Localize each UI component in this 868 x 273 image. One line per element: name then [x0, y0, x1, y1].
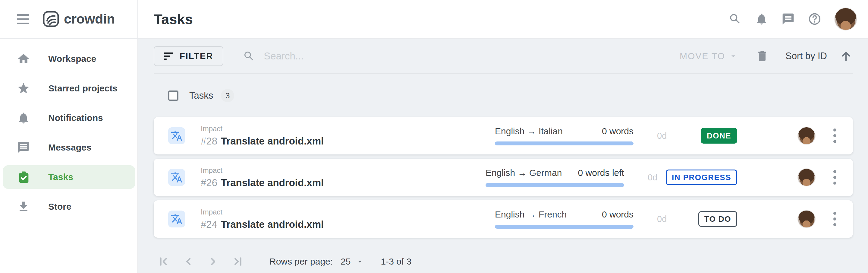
arrow-up-icon — [840, 50, 852, 62]
sort-by-button[interactable]: Sort by ID — [785, 51, 827, 61]
task-main-cell: Impact #26Translate android.xml — [201, 166, 486, 189]
progress-fill — [486, 183, 624, 187]
progress-bar — [486, 183, 624, 187]
user-avatar[interactable] — [834, 7, 857, 30]
main-content: FILTER MOVE TO Sort by ID T — [138, 39, 868, 273]
sidebar-item-store[interactable]: Store — [0, 195, 137, 218]
sidebar-item-label: Workspace — [48, 54, 96, 64]
toolbar-right: MOVE TO Sort by ID — [680, 49, 853, 63]
logo-text: crowdin — [64, 11, 115, 27]
sidebar-item-messages[interactable]: Messages — [0, 136, 137, 159]
task-id: #24 — [201, 219, 217, 230]
status-badge: TO DO — [698, 211, 737, 227]
translate-icon — [168, 169, 185, 186]
sort-direction-button[interactable] — [839, 49, 853, 63]
progress-fill — [495, 225, 633, 229]
topbar: crowdin Tasks — [0, 0, 868, 38]
progress-bar — [495, 225, 633, 229]
chevron-right-icon — [206, 254, 220, 269]
row-menu-button[interactable] — [829, 209, 841, 229]
due-date: 0d — [657, 131, 675, 141]
move-to-label: MOVE TO — [680, 51, 725, 61]
sidebar-item-tasks[interactable]: Tasks — [3, 165, 135, 189]
filter-icon — [164, 53, 173, 60]
chat-icon — [17, 141, 30, 154]
translate-icon — [168, 127, 185, 144]
task-title: Translate android.xml — [221, 135, 324, 146]
chevron-down-icon — [355, 257, 364, 266]
kebab-icon — [833, 170, 836, 173]
select-all-checkbox[interactable] — [168, 90, 179, 101]
tasks-toolbar: FILTER MOVE TO Sort by ID — [154, 39, 853, 74]
sidebar-item-workspace[interactable]: Workspace — [0, 47, 137, 71]
project-name: Impact — [201, 166, 486, 175]
list-title: Tasks — [189, 90, 213, 101]
sidebar-item-label: Starred projects — [48, 83, 118, 93]
word-count: 0 words left — [578, 168, 624, 178]
crowdin-logo[interactable]: crowdin — [42, 10, 115, 27]
progress-bar — [495, 141, 633, 145]
rows-per-page-select[interactable]: 25 — [341, 256, 364, 267]
assignee-avatar — [798, 127, 815, 145]
crowdin-logo-icon — [42, 10, 59, 27]
move-to-dropdown[interactable]: MOVE TO — [680, 51, 738, 61]
task-title: Translate android.xml — [221, 177, 324, 188]
project-name: Impact — [201, 208, 495, 216]
chat-icon — [781, 12, 795, 26]
star-icon — [17, 82, 30, 95]
task-row[interactable]: Impact #28Translate android.xml English … — [154, 117, 853, 155]
last-page-button[interactable] — [231, 254, 245, 269]
sort-by-label: Sort by ID — [785, 51, 827, 61]
next-page-button[interactable] — [206, 254, 220, 269]
sidebar-item-starred-projects[interactable]: Starred projects — [0, 77, 137, 100]
messages-button[interactable] — [781, 12, 795, 26]
brand-area: crowdin — [0, 0, 138, 38]
task-id: #28 — [201, 135, 217, 146]
task-title: Translate android.xml — [221, 219, 324, 230]
row-menu-button[interactable] — [829, 126, 841, 145]
delete-button[interactable] — [755, 49, 769, 63]
assignee-avatar — [798, 210, 815, 228]
language-pair: English → French — [495, 209, 567, 220]
sidebar-item-notifications[interactable]: Notifications — [0, 106, 137, 130]
task-row[interactable]: Impact #24Translate android.xml English … — [154, 200, 853, 238]
status-badge: DONE — [701, 128, 737, 144]
first-page-button[interactable] — [157, 254, 170, 269]
page-title: Tasks — [154, 11, 193, 27]
task-language-cell: English → Italian 0 words — [495, 126, 633, 145]
first-page-icon — [157, 254, 170, 269]
search-icon — [242, 49, 256, 63]
task-count-badge: 3 — [221, 89, 234, 102]
task-main-cell: Impact #28Translate android.xml — [201, 125, 495, 147]
bell-icon — [17, 111, 30, 125]
filter-button[interactable]: FILTER — [154, 46, 223, 66]
help-button[interactable] — [808, 12, 822, 26]
task-id: #26 — [201, 177, 217, 188]
topbar-actions — [728, 7, 868, 30]
task-language-cell: English → German 0 words left — [486, 168, 624, 187]
assignee-avatar — [798, 168, 815, 186]
search-input[interactable] — [264, 50, 535, 62]
home-icon — [17, 52, 30, 65]
project-name: Impact — [201, 125, 495, 133]
due-date: 0d — [657, 214, 675, 224]
sidebar-item-label: Tasks — [48, 172, 73, 182]
kebab-icon — [833, 212, 836, 215]
search-button[interactable] — [728, 12, 742, 26]
notifications-button[interactable] — [755, 12, 769, 26]
hamburger-menu-button[interactable] — [17, 14, 29, 24]
bell-icon — [755, 12, 768, 26]
menu-icon — [17, 14, 29, 16]
row-menu-button[interactable] — [829, 168, 841, 187]
kebab-icon — [833, 129, 836, 132]
previous-page-button[interactable] — [181, 254, 195, 269]
download-icon — [17, 200, 30, 213]
word-count: 0 words — [602, 126, 633, 136]
task-language-cell: English → French 0 words — [495, 209, 633, 229]
chevron-down-icon — [729, 52, 738, 61]
due-date: 0d — [648, 172, 666, 183]
clipboard-check-icon — [17, 170, 30, 184]
task-row[interactable]: Impact #26Translate android.xml English … — [154, 159, 853, 196]
filter-button-label: FILTER — [180, 51, 213, 61]
sidebar: Workspace Starred projects Notifications… — [0, 39, 138, 273]
